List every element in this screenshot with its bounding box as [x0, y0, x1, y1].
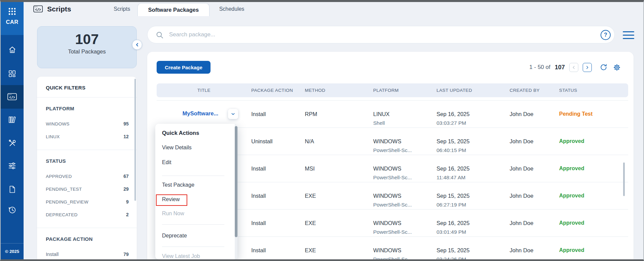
filter-item-approved[interactable]: APPROVED 67 — [46, 170, 129, 183]
filter-section-status: STATUS APPROVED 67 PENDING_TEST 29 PENDI… — [37, 150, 137, 228]
cell-platform: WINDOWSPowerShell-Sc... — [373, 155, 437, 182]
filter-item-install[interactable]: Install 79 — [46, 248, 129, 261]
chevron-left-icon — [134, 42, 140, 47]
menu-icon[interactable] — [623, 31, 634, 39]
sidebar-item-documents[interactable] — [1, 182, 24, 197]
cell-method: RPM — [305, 101, 373, 127]
cell-created-by: John Doe — [510, 237, 559, 259]
sidebar-item-tools[interactable] — [1, 136, 24, 151]
tab-software-packages[interactable]: Software Packages — [137, 3, 210, 16]
package-title-link[interactable]: MySoftware... — [167, 110, 234, 117]
menu-item-view-latest-job: View Latest Job — [162, 253, 200, 259]
total-packages-card: 107 Total Packages — [37, 26, 137, 68]
page-title: Scripts — [47, 5, 71, 13]
sidebar-logo[interactable]: CAR — [1, 2, 24, 35]
gear-icon — [613, 63, 621, 72]
filter-section-title: PACKAGE ACTION — [46, 236, 129, 242]
search-bar: ? — [147, 26, 615, 43]
pagination-range: 1 - 50 of — [529, 64, 550, 71]
create-package-button[interactable]: Create Package — [157, 61, 211, 74]
apps-grid-icon — [8, 7, 17, 16]
home-icon — [8, 45, 17, 54]
cell-created-by: John Doe — [510, 155, 559, 182]
status-badge: Approved — [559, 155, 628, 182]
quick-filters-title: QUICK FILTERS — [37, 77, 137, 98]
cell-action: Install — [251, 101, 305, 127]
pagination-total: 107 — [555, 64, 565, 71]
tools-icon — [8, 139, 17, 148]
status-badge: Pending Test — [559, 101, 628, 127]
dashboard-icon — [8, 69, 17, 78]
chevron-left-icon — [572, 65, 576, 70]
settings-button[interactable] — [612, 63, 621, 72]
refresh-button[interactable] — [599, 63, 608, 72]
cell-last-updated: Sep 15, 202506:40:15 PM — [437, 128, 510, 155]
refresh-icon — [600, 63, 608, 71]
status-badge: Approved — [559, 210, 628, 236]
code-window-icon — [7, 92, 17, 101]
cell-last-updated: Sep 15, 202506:27:19 PM — [437, 182, 510, 209]
filter-item-linux[interactable]: LINUX 12 — [46, 130, 129, 143]
sidebar-item-home[interactable] — [1, 42, 24, 57]
column-package-action: PACKAGE ACTION — [251, 88, 305, 93]
cell-created-by: John Doe — [510, 128, 559, 155]
library-icon — [8, 115, 17, 124]
filter-section-package-action: PACKAGE ACTION Install 79 — [37, 228, 137, 261]
total-packages-label: Total Packages — [37, 48, 136, 55]
cell-platform: WINDOWSPowerShell-Sc... — [373, 210, 437, 236]
filter-item-windows[interactable]: WINDOWS 95 — [46, 117, 129, 130]
tab-schedules[interactable]: Schedules — [212, 2, 252, 16]
filters-scrollbar[interactable] — [134, 79, 136, 201]
cell-method: MSI — [305, 155, 373, 182]
column-created-by: CREATED BY — [510, 88, 559, 93]
prev-page-button[interactable] — [569, 63, 578, 72]
status-badge: Approved — [559, 237, 628, 259]
sidebar: CAR — [1, 2, 24, 259]
menu-item-deprecate[interactable]: Deprecate — [162, 233, 187, 239]
cell-platform: WINDOWSPowerShell-Sc... — [373, 182, 437, 209]
filter-section-title: STATUS — [46, 158, 129, 164]
chevron-right-icon — [585, 65, 589, 70]
cell-method: N/A — [305, 128, 373, 155]
sidebar-item-configurations[interactable] — [1, 158, 24, 173]
pagination: 1 - 50 of 107 — [529, 61, 621, 73]
quick-actions-menu: Quick Actions View Details Edit Test Pac… — [155, 124, 237, 259]
menu-item-test-package[interactable]: Test Package — [162, 182, 194, 188]
sidebar-item-library[interactable] — [1, 112, 24, 127]
row-actions-button[interactable] — [228, 109, 238, 119]
cell-action: Install — [251, 155, 305, 182]
code-window-icon — [33, 5, 43, 13]
menu-scrollbar-thumb[interactable] — [235, 126, 237, 237]
search-input[interactable] — [148, 26, 614, 43]
menu-divider — [162, 247, 224, 247]
filter-item-pending-review[interactable]: PENDING_REVIEW 9 — [46, 195, 129, 208]
tab-scripts[interactable]: Scripts — [102, 2, 142, 16]
help-icon[interactable]: ? — [601, 30, 611, 40]
quick-filters-panel: QUICK FILTERS PLATFORM WINDOWS 95 LINUX … — [37, 77, 137, 259]
cell-created-by: John Doe — [510, 101, 559, 127]
cell-method: EXE — [305, 237, 373, 259]
filter-item-pending-test[interactable]: PENDING_TEST 29 — [46, 183, 129, 195]
header: Scripts Scripts Software Packages Schedu… — [24, 2, 643, 16]
next-page-button[interactable] — [583, 63, 592, 72]
document-icon — [8, 185, 17, 194]
menu-item-edit[interactable]: Edit — [162, 159, 171, 165]
sidebar-item-scripts[interactable] — [1, 85, 24, 109]
total-packages-count: 107 — [37, 31, 136, 47]
sidebar-item-history[interactable] — [1, 202, 24, 217]
table-scrollbar[interactable] — [623, 162, 625, 196]
filter-item-deprecated[interactable]: DEPRECATED 2 — [46, 208, 129, 221]
cell-last-updated: Sep 16, 202503:03:27 PM — [437, 101, 510, 127]
sidebar-item-dashboard[interactable] — [1, 66, 24, 81]
chevron-down-icon — [230, 111, 236, 117]
cell-action: Install — [251, 237, 305, 259]
cell-platform: LINUXShell — [373, 101, 437, 127]
menu-header-quick-actions: Quick Actions — [162, 130, 199, 136]
cell-action: Uninstall — [251, 128, 305, 155]
status-badge: Approved — [559, 128, 628, 155]
cell-method: EXE — [305, 182, 373, 209]
collapse-panel-button[interactable] — [132, 40, 142, 50]
cell-action: Install — [251, 210, 305, 236]
menu-item-view-details[interactable]: View Details — [162, 145, 192, 151]
cell-created-by: John Doe — [510, 182, 559, 209]
